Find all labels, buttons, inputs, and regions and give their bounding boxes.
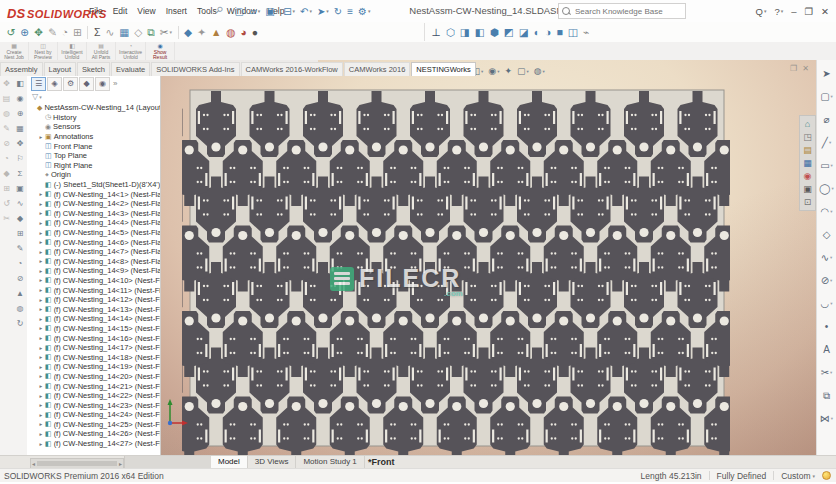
search-scope-button[interactable]: Q▾ (751, 6, 770, 17)
coordinate-system-icon[interactable]: ⊥ (429, 26, 443, 38)
tree-item-f-cw-nesting-14-3-nest-flat[interactable]: ▸◧(f) CW-Nesting_14<3> (Nest-Flat (27, 209, 160, 219)
unfold-all-parts-button[interactable]: ▤UnfoldAll Parts (87, 42, 116, 60)
tree-item-history[interactable]: ◷History (27, 113, 160, 123)
select-icon[interactable]: ➤▾ (314, 6, 331, 17)
expander-icon[interactable]: ▸ (37, 364, 45, 370)
rotate-view-icon[interactable]: ◔ (13, 256, 27, 271)
tree-item-f-cw-nesting-14-9-nest-flat[interactable]: ▸◧(f) CW-Nesting_14<9> (Nest-Flat (27, 266, 160, 276)
curve-icon[interactable]: ∿ (103, 26, 117, 38)
point-icon[interactable]: • (825, 315, 829, 338)
evaluate-tool-icon[interactable]: ⊞ (0, 181, 13, 196)
tab-layout[interactable]: Layout (44, 62, 77, 76)
triangle-icon[interactable]: ▲ (13, 286, 27, 301)
tree-item-f-cw-nesting-14-12-nest-flat[interactable]: ▸◧(f) CW-Nesting_14<12> (Nest-Flat (27, 295, 160, 305)
tree-item-f-cw-nesting-14-24-nest-flat[interactable]: ▸◧(f) CW-Nesting_14<24> (Nest-Flat (27, 410, 160, 420)
rotate-component-icon[interactable]: ◔ (59, 26, 70, 38)
camworks-options-icon[interactable]: ◑ (543, 26, 554, 38)
simulate-toolpath-icon[interactable]: ◩ (501, 26, 516, 38)
standard-views-icon[interactable]: ◧ (13, 76, 27, 91)
tree-item-f-cw-nesting-14-25-nest-flat[interactable]: ▸◧(f) CW-Nesting_14<25> (Nest-Flat (27, 420, 160, 430)
tree-item-f-cw-nesting-14-22-nest-flat[interactable]: ▸◧(f) CW-Nesting_14<22> (Nest-Flat (27, 391, 160, 401)
tab-camworks-2016-workflow[interactable]: CAMWorks 2016-WorkFlow (241, 62, 343, 76)
tree-item-f-cw-nesting-14-5-nest-flat[interactable]: ▸◧(f) CW-Nesting_14<5> (Nest-Flat (27, 228, 160, 238)
create-nest-job-button[interactable]: ▦CreateNest Job (0, 42, 29, 60)
line-icon[interactable]: ╱▾ (822, 131, 831, 154)
text-icon[interactable]: A (823, 338, 830, 361)
weldments-tool-icon[interactable]: ◔ (0, 151, 13, 166)
generate-toolpath-icon[interactable]: ⬢ (487, 26, 501, 38)
expander-icon[interactable]: ▸ (37, 421, 45, 427)
mate-icon[interactable]: ✥ (32, 26, 46, 38)
expander-icon[interactable]: ▸ (37, 210, 45, 216)
dimxpertmanager-tab-icon[interactable]: ◆ (79, 77, 94, 91)
tree-item-f-cw-nesting-14-7-nest-flat[interactable]: ▸◧(f) CW-Nesting_14<7> (Nest-Flat (27, 247, 160, 257)
linear-pattern-icon[interactable]: ▦ (117, 26, 132, 38)
menu-insert[interactable]: Insert (161, 6, 192, 16)
expander-icon[interactable]: ▸ (37, 268, 45, 274)
sketch-icon[interactable]: ▢▾ (820, 85, 833, 108)
expander-icon[interactable]: ▸ (37, 402, 45, 408)
tab-nestingworks[interactable]: NESTINGWorks (411, 62, 475, 76)
nest-graphics[interactable] (160, 60, 816, 455)
spline-icon[interactable]: ∿▾ (821, 246, 833, 269)
scroll-right-icon[interactable]: ▸ (118, 460, 123, 467)
arc-icon[interactable]: ◠▾ (821, 200, 833, 223)
expander-icon[interactable]: ▸ (37, 249, 45, 255)
knowledge-base-search[interactable] (558, 3, 686, 19)
sketch-tool-icon[interactable]: ▤ (0, 91, 13, 106)
copy-icon[interactable]: ⧉ (145, 26, 158, 39)
flag-icon[interactable]: ⚐ (13, 151, 27, 166)
dimxpert-tool-icon[interactable]: ↺ (0, 196, 13, 211)
nest-by-preview-button[interactable]: ◫Nest byPreview (29, 42, 58, 60)
edit-component-icon[interactable]: ✎ (45, 26, 59, 38)
undock-pane-icon[interactable]: ❐ (790, 64, 797, 73)
close-button[interactable]: ✕ (817, 6, 833, 17)
expander-icon[interactable]: ▸ (37, 277, 45, 283)
mirror-entities-icon[interactable]: ⋈▾ (820, 407, 833, 430)
tree-item-f-cw-nesting-14-14-nest-flat[interactable]: ▸◧(f) CW-Nesting_14<14> (Nest-Flat (27, 314, 160, 324)
features-tool-icon[interactable]: ◍ (0, 106, 13, 121)
expander-icon[interactable]: ▸ (37, 230, 45, 236)
tree-item-origin[interactable]: ⌖Origin (27, 170, 160, 180)
mate-tool-icon[interactable]: ✥ (13, 136, 27, 151)
pack-and-go-icon[interactable]: ⊡ (804, 196, 812, 208)
help-bulb-icon[interactable] (822, 471, 831, 480)
camworks-setup-icon[interactable]: ⬡ (443, 26, 457, 38)
edit-sketch-icon[interactable]: ✎ (13, 241, 27, 256)
menu-view[interactable]: View (132, 6, 160, 16)
ellipse-icon[interactable]: ⊘▾ (821, 269, 833, 292)
expander-icon[interactable]: ▸ (37, 239, 45, 245)
tree-filter[interactable]: ▽ ▾ (27, 91, 160, 102)
expander-icon[interactable]: ▸ (37, 354, 45, 360)
expander-icon[interactable]: ▸ (37, 345, 45, 351)
equations-icon[interactable]: Σ (91, 26, 103, 38)
equation-icon[interactable]: Σ (13, 166, 27, 181)
search-input[interactable] (573, 6, 682, 17)
tree-item-f-cw-nesting-14-16-nest-flat[interactable]: ▸◧(f) CW-Nesting_14<16> (Nest-Flat (27, 333, 160, 343)
restore-button[interactable]: ❐ (801, 6, 818, 17)
plane-tool-icon[interactable]: ▣ (13, 181, 27, 196)
save-icon[interactable]: ▣▾ (263, 6, 281, 17)
hide-show-items-icon[interactable]: ◉▾ (486, 66, 501, 76)
trim-icon[interactable]: ✂▾ (157, 26, 174, 38)
pattern-icon[interactable]: ▦ (13, 121, 27, 136)
tree-item-sheet1-std-sheet1-d-8-x4[interactable]: ◧(-) Sheet1_Std(Sheet1-D)(8'X4') (27, 180, 160, 190)
tree-item-top-plane[interactable]: ◫Top Plane (27, 151, 160, 161)
surfaces-tool-icon[interactable]: ✎ (0, 121, 13, 136)
tree-item-f-cw-nesting-14-4-nest-flat[interactable]: ▸◧(f) CW-Nesting_14<4> (Nest-Flat (27, 218, 160, 228)
custom-properties-icon[interactable]: ▣ (803, 183, 812, 195)
interactive-unfold-button[interactable]: ◔InteractiveUnfold (116, 42, 146, 60)
insert-part-icon[interactable]: ⊕ (13, 106, 27, 121)
fillet-icon[interactable]: ◡▾ (821, 292, 833, 315)
tree-item-right-plane[interactable]: ◫Right Plane (27, 161, 160, 171)
tree-item-f-cw-nesting-14-19-nest-flat[interactable]: ▸◧(f) CW-Nesting_14<19> (Nest-Flat (27, 362, 160, 372)
polygon-icon[interactable]: ◇ (823, 223, 831, 246)
menu-file[interactable]: File (84, 6, 108, 16)
tree-item-f-cw-nesting-14-15-nest-flat[interactable]: ▸◧(f) CW-Nesting_14<15> (Nest-Flat (27, 324, 160, 334)
tree-item-f-cw-nesting-14-17-nest-flat[interactable]: ▸◧(f) CW-Nesting_14<17> (Nest-Flat (27, 343, 160, 353)
machine-icon[interactable]: ◫ (565, 26, 580, 38)
new-file-icon[interactable]: ▢ (232, 6, 246, 17)
reference-geometry-icon[interactable]: ✦ (195, 26, 209, 38)
save-cl-icon[interactable]: ■ (554, 26, 565, 38)
expander-icon[interactable]: ▸ (37, 335, 45, 341)
